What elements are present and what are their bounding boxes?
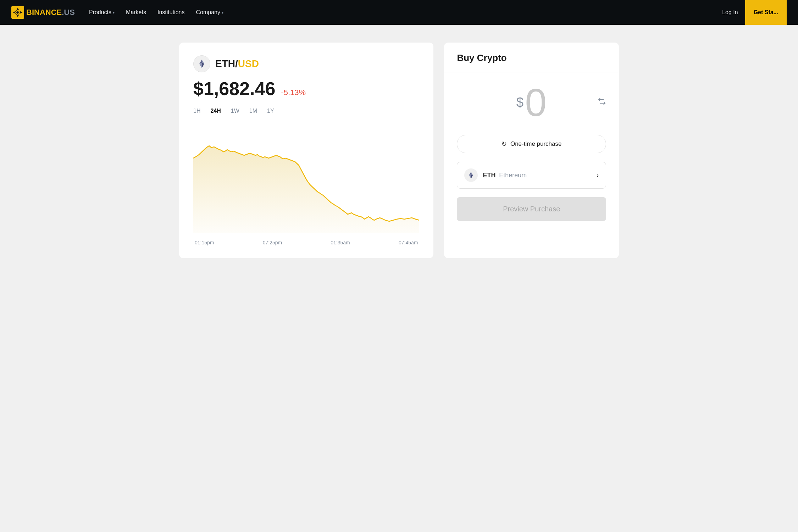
- time-1y[interactable]: 1Y: [267, 106, 274, 116]
- coin-selector-text: ETH Ethereum: [483, 172, 592, 179]
- get-started-button[interactable]: Get Sta...: [745, 0, 787, 25]
- price-change: -5.13%: [281, 88, 306, 97]
- time-24h[interactable]: 24H: [210, 106, 221, 116]
- coin-pair: ETH/USD: [215, 58, 259, 70]
- nav-links: Products ▾ Markets Institutions Company …: [89, 9, 722, 16]
- brand-text: BINANCE.US: [26, 8, 75, 17]
- eth-selector-icon: [464, 168, 478, 182]
- login-button[interactable]: Log In: [722, 9, 738, 16]
- refresh-icon: ↻: [501, 140, 507, 148]
- swap-arrows-icon: [598, 97, 606, 106]
- nav-institutions[interactable]: Institutions: [157, 9, 184, 16]
- binance-logo-icon: [11, 6, 24, 19]
- company-chevron-icon: ▾: [222, 11, 223, 15]
- chart-label-1: 07:25pm: [263, 240, 282, 245]
- buy-card: Buy Crypto $ 0 ↻ One-time purchase: [444, 43, 619, 258]
- ethereum-icon: [197, 59, 207, 69]
- coin-selector-button[interactable]: ETH Ethereum ›: [457, 162, 606, 189]
- preview-purchase-button[interactable]: Preview Purchase: [457, 197, 606, 221]
- navigation: BINANCE.US Products ▾ Markets Institutio…: [0, 0, 798, 25]
- chart-area: [193, 146, 419, 233]
- purchase-type-button[interactable]: ↻ One-time purchase: [457, 135, 606, 153]
- nav-markets[interactable]: Markets: [126, 9, 146, 16]
- chart-label-3: 07:45am: [399, 240, 418, 245]
- main-content: ETH/USD $1,682.46 -5.13% 1H 24H 1W 1M 1Y: [151, 25, 647, 276]
- price-chart: [193, 126, 419, 233]
- amount-currency-symbol: $: [516, 95, 523, 110]
- chart-label-0: 01:15pm: [195, 240, 214, 245]
- nav-right: Log In Get Sta...: [722, 0, 787, 25]
- swap-currency-button[interactable]: [598, 97, 606, 108]
- coin-selector-chevron-icon: ›: [597, 172, 599, 179]
- logo[interactable]: BINANCE.US: [11, 6, 75, 19]
- buy-card-header: Buy Crypto: [444, 43, 619, 72]
- eth-small-icon: [467, 171, 475, 179]
- coin-header: ETH/USD: [193, 55, 419, 72]
- time-1h[interactable]: 1H: [193, 106, 200, 116]
- chart-label-2: 01:35am: [331, 240, 350, 245]
- price-row: $1,682.46 -5.13%: [193, 78, 419, 99]
- time-filters: 1H 24H 1W 1M 1Y: [193, 106, 419, 116]
- chart-svg: [193, 126, 419, 233]
- amount-value: 0: [525, 83, 547, 122]
- price-display: $1,682.46: [193, 78, 275, 99]
- products-chevron-icon: ▾: [113, 11, 115, 15]
- amount-display: $ 0: [457, 83, 606, 122]
- eth-icon: [193, 55, 210, 72]
- time-1w[interactable]: 1W: [231, 106, 239, 116]
- nav-products[interactable]: Products ▾: [89, 9, 115, 16]
- time-1m[interactable]: 1M: [249, 106, 257, 116]
- buy-card-body: $ 0 ↻ One-time purchase: [444, 72, 619, 232]
- purchase-type-label: One-time purchase: [510, 140, 562, 148]
- nav-company[interactable]: Company ▾: [196, 9, 223, 16]
- chart-time-labels: 01:15pm 07:25pm 01:35am 07:45am: [193, 240, 419, 245]
- buy-card-title: Buy Crypto: [457, 52, 506, 63]
- chart-card: ETH/USD $1,682.46 -5.13% 1H 24H 1W 1M 1Y: [179, 43, 433, 258]
